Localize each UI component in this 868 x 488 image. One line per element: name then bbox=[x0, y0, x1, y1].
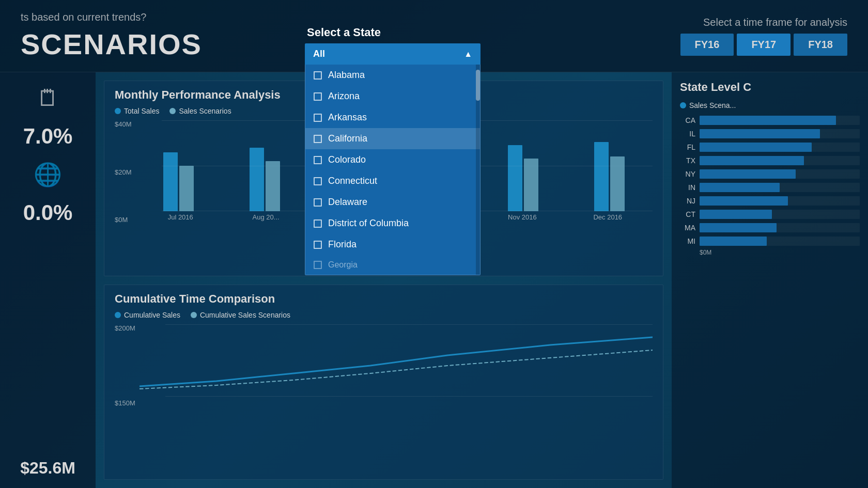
dropdown-label-florida: Florida bbox=[328, 239, 357, 250]
dropdown-item-arkansas[interactable]: Arkansas bbox=[305, 107, 480, 128]
scrollbar-track[interactable] bbox=[476, 65, 480, 275]
dropdown-arrow-icon: ▲ bbox=[464, 50, 472, 59]
dropdown-item-colorado[interactable]: Colorado bbox=[305, 149, 480, 170]
dropdown-item-delaware[interactable]: Delaware bbox=[305, 192, 480, 213]
dropdown-label-alabama: Alabama bbox=[328, 70, 365, 81]
checkbox-delaware[interactable] bbox=[314, 198, 322, 207]
checkbox-georgia[interactable] bbox=[314, 261, 322, 269]
dropdown-label-connecticut: Connecticut bbox=[328, 176, 377, 186]
checkbox-arizona[interactable] bbox=[314, 92, 322, 101]
dropdown-item-georgia[interactable]: Georgia bbox=[305, 255, 480, 275]
dropdown-label-arkansas: Arkansas bbox=[328, 112, 367, 123]
dropdown-item-arizona[interactable]: Arizona bbox=[305, 86, 480, 107]
dropdown-item-florida[interactable]: Florida bbox=[305, 234, 480, 255]
dropdown-selected-value: All bbox=[313, 49, 325, 59]
dropdown-label-colorado: Colorado bbox=[328, 154, 366, 165]
checkbox-alabama[interactable] bbox=[314, 71, 322, 80]
dropdown-list: Alabama Arizona Arkansas California Colo… bbox=[305, 65, 481, 275]
dropdown-item-connecticut[interactable]: Connecticut bbox=[305, 170, 480, 192]
state-dropdown[interactable]: Select a State All ▲ Alabama Arizona Ark… bbox=[305, 26, 481, 275]
checkbox-florida[interactable] bbox=[314, 241, 322, 249]
dropdown-label-arizona: Arizona bbox=[328, 91, 360, 102]
checkbox-california[interactable] bbox=[314, 135, 322, 143]
dropdown-label-dc: District of Columbia bbox=[328, 218, 409, 229]
dropdown-item-dc[interactable]: District of Columbia bbox=[305, 213, 480, 234]
dropdown-label-california: California bbox=[328, 133, 367, 144]
dropdown-item-california[interactable]: California bbox=[305, 128, 480, 149]
checkbox-arkansas[interactable] bbox=[314, 114, 322, 122]
checkbox-connecticut[interactable] bbox=[314, 177, 322, 185]
checkbox-colorado[interactable] bbox=[314, 156, 322, 164]
dropdown-label-delaware: Delaware bbox=[328, 197, 367, 208]
scrollbar-thumb[interactable] bbox=[476, 70, 480, 101]
dropdown-select-box[interactable]: All ▲ bbox=[305, 43, 481, 65]
dropdown-label-georgia: Georgia bbox=[328, 260, 358, 270]
checkbox-dc[interactable] bbox=[314, 219, 322, 228]
dropdown-item-alabama[interactable]: Alabama bbox=[305, 65, 480, 86]
dropdown-title: Select a State bbox=[305, 26, 481, 39]
